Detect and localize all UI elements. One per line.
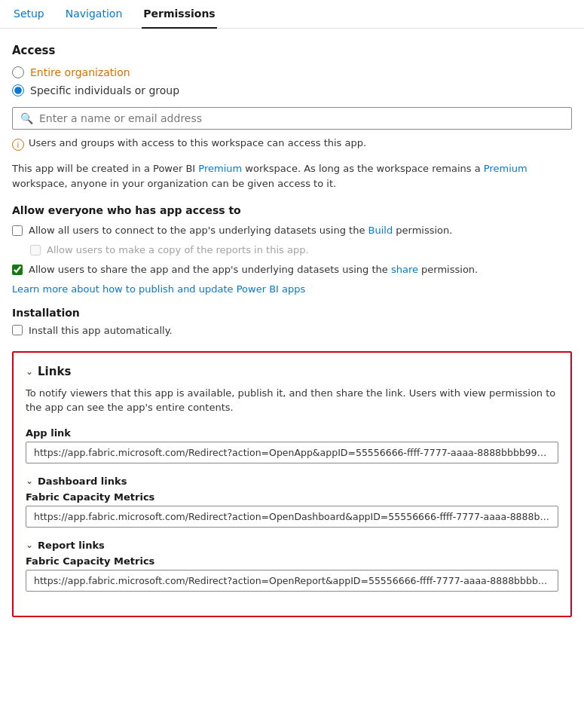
copy-reports-item[interactable]: Allow users to make a copy of the report… — [30, 243, 572, 257]
info-icon: i — [12, 139, 24, 151]
report-url[interactable]: https://app.fabric.microsoft.com/Redirec… — [26, 570, 558, 592]
report-chevron-icon[interactable]: ⌄ — [26, 540, 33, 550]
links-description: To notify viewers that this app is avail… — [26, 386, 558, 415]
links-title: Links — [38, 365, 71, 378]
links-chevron-icon[interactable]: ⌄ — [26, 366, 33, 377]
access-radio-group: Entire organization Specific individuals… — [12, 66, 572, 96]
installation-title: Installation — [12, 307, 572, 319]
tab-bar: Setup Navigation Permissions — [0, 0, 584, 29]
report-item-name: Fabric Capacity Metrics — [26, 555, 558, 567]
dashboard-links-subsection: ⌄ Dashboard links Fabric Capacity Metric… — [26, 476, 558, 528]
app-link-label: App link — [26, 427, 558, 439]
premium-notice: This app will be created in a Power BI P… — [12, 161, 572, 191]
links-section: ⌄ Links To notify viewers that this app … — [12, 351, 572, 617]
build-permission-item[interactable]: Allow all users to connect to the app's … — [12, 224, 572, 237]
search-input[interactable] — [39, 112, 564, 124]
tab-permissions[interactable]: Permissions — [142, 0, 216, 29]
allow-section-title: Allow everyone who has app access to — [12, 204, 572, 216]
dashboard-url[interactable]: https://app.fabric.microsoft.com/Redirec… — [26, 506, 558, 528]
specific-label: Specific individuals or group — [30, 84, 179, 96]
dashboard-links-header: ⌄ Dashboard links — [26, 476, 558, 487]
search-box[interactable]: 🔍 — [12, 107, 572, 130]
report-links-title: Report links — [38, 540, 105, 551]
copy-checkbox[interactable] — [30, 245, 41, 255]
install-checkbox[interactable] — [12, 325, 23, 335]
share-permission-item[interactable]: Allow users to share the app and the app… — [12, 263, 572, 277]
entire-org-option[interactable]: Entire organization — [12, 66, 572, 78]
workspace-info-text: Users and groups with access to this wor… — [29, 137, 366, 148]
workspace-info-row: i Users and groups with access to this w… — [12, 137, 572, 151]
dashboard-chevron-icon[interactable]: ⌄ — [26, 476, 33, 486]
share-checkbox[interactable] — [12, 265, 23, 275]
access-title: Access — [12, 44, 572, 57]
share-link[interactable]: share — [391, 264, 418, 275]
copy-label: Allow users to make a copy of the report… — [47, 243, 309, 257]
entire-org-radio[interactable] — [12, 66, 24, 78]
report-links-header: ⌄ Report links — [26, 540, 558, 551]
entire-org-label: Entire organization — [30, 66, 130, 78]
dashboard-links-title: Dashboard links — [38, 476, 127, 487]
learn-more-link[interactable]: Learn more about how to publish and upda… — [12, 283, 572, 295]
install-checkbox-item[interactable]: Install this app automatically. — [12, 325, 572, 336]
dashboard-item-name: Fabric Capacity Metrics — [26, 491, 558, 503]
install-label: Install this app automatically. — [29, 325, 173, 336]
report-links-subsection: ⌄ Report links Fabric Capacity Metrics h… — [26, 540, 558, 592]
specific-radio[interactable] — [12, 84, 24, 96]
main-content: Access Entire organization Specific indi… — [0, 29, 584, 632]
build-checkbox[interactable] — [12, 225, 23, 236]
tab-setup[interactable]: Setup — [12, 0, 46, 29]
links-header: ⌄ Links — [26, 365, 558, 378]
app-link-url[interactable]: https://app.fabric.microsoft.com/Redirec… — [26, 442, 558, 463]
build-label: Allow all users to connect to the app's … — [29, 224, 452, 237]
tab-navigation[interactable]: Navigation — [64, 0, 124, 29]
app-link-subsection: App link https://app.fabric.microsoft.co… — [26, 427, 558, 463]
share-label: Allow users to share the app and the app… — [29, 263, 478, 277]
specific-option[interactable]: Specific individuals or group — [12, 84, 572, 96]
search-icon: 🔍 — [20, 112, 33, 124]
build-link[interactable]: Build — [368, 225, 393, 236]
